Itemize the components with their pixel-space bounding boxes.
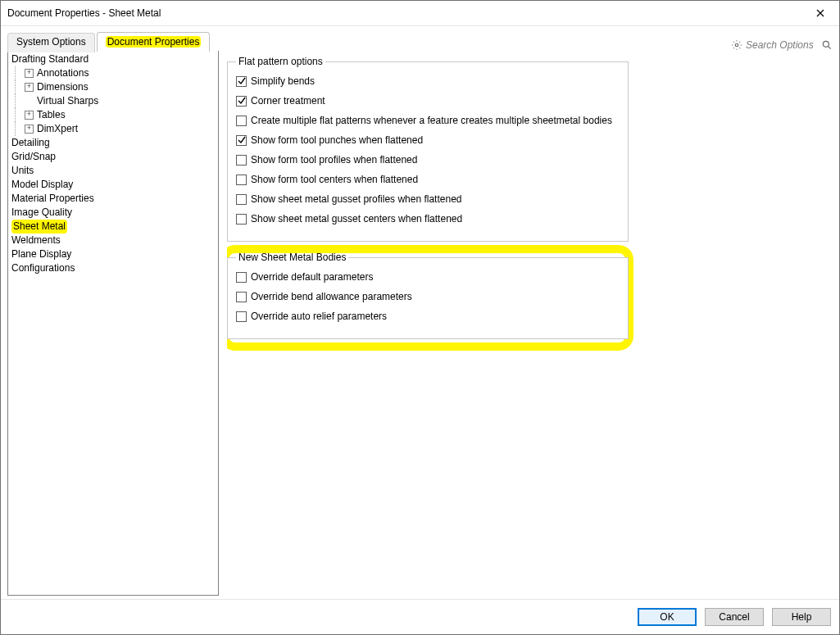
option-label: Show form tool punches when flattened — [251, 134, 423, 146]
option-show-gusset-profiles[interactable]: Show sheet metal gusset profiles when fl… — [236, 193, 620, 205]
checkbox[interactable] — [236, 175, 247, 185]
checkbox[interactable] — [236, 194, 247, 205]
option-label: Simplify bends — [251, 75, 315, 87]
tree-model-display[interactable]: Model Display — [10, 178, 216, 192]
expand-icon[interactable]: + — [25, 111, 34, 120]
option-label: Show form tool profiles when flattened — [251, 154, 417, 166]
nav-tree[interactable]: Drafting Standard +Annotations +Dimensio… — [7, 51, 219, 596]
option-label: Show form tool centers when flattened — [251, 174, 418, 185]
option-show-gusset-centers[interactable]: Show sheet metal gusset centers when fla… — [236, 213, 620, 225]
option-label: Override bend allowance parameters — [251, 291, 412, 302]
tabs: System Options Document Properties — [7, 32, 211, 52]
checkbox[interactable] — [236, 292, 247, 302]
search-icon — [821, 39, 833, 51]
content-area: Drafting Standard +Annotations +Dimensio… — [1, 51, 839, 599]
dialog-footer: OK Cancel Help — [1, 599, 839, 634]
tree-detailing[interactable]: Detailing — [10, 136, 216, 150]
tree-configurations[interactable]: Configurations — [10, 261, 216, 275]
tab-label: Document Properties — [106, 36, 202, 48]
checkbox[interactable] — [236, 311, 247, 322]
option-override-bend[interactable]: Override bend allowance parameters — [236, 291, 620, 302]
dialog-window: Document Properties - Sheet Metal System… — [0, 0, 840, 635]
group-legend: New Sheet Metal Bodies — [236, 252, 348, 263]
close-button[interactable] — [801, 1, 839, 25]
option-show-punches[interactable]: Show form tool punches when flattened — [236, 134, 620, 146]
option-label: Create multiple flat patterns whenever a… — [251, 115, 612, 126]
close-icon — [816, 9, 824, 17]
help-button[interactable]: Help — [772, 608, 831, 626]
gear-icon — [731, 39, 742, 51]
tree-sheet-metal[interactable]: Sheet Metal — [10, 220, 216, 234]
cancel-button[interactable]: Cancel — [705, 608, 764, 626]
option-label: Override default parameters — [251, 271, 373, 283]
option-label: Override auto relief parameters — [251, 311, 387, 322]
tree-drafting-standard[interactable]: Drafting Standard — [10, 52, 216, 66]
tree-dimensions[interactable]: +Dimensions — [10, 80, 216, 94]
option-label: Corner treatment — [251, 95, 325, 107]
svg-point-1 — [823, 41, 829, 47]
checkbox[interactable] — [236, 135, 247, 146]
tree-units[interactable]: Units — [10, 164, 216, 178]
tab-label: System Options — [16, 36, 86, 48]
highlight-new-bodies: New Sheet Metal Bodies Override default … — [227, 252, 627, 339]
window-title: Document Properties - Sheet Metal — [7, 7, 161, 19]
tree-plane-display[interactable]: Plane Display — [10, 247, 216, 261]
option-override-default[interactable]: Override default parameters — [236, 271, 620, 283]
tab-document-properties[interactable]: Document Properties — [97, 32, 211, 52]
tree-virtual-sharps[interactable]: Virtual Sharps — [10, 94, 216, 108]
tab-system-options[interactable]: System Options — [7, 33, 95, 52]
option-label: Show sheet metal gusset profiles when fl… — [251, 193, 461, 205]
group-legend: Flat pattern options — [236, 56, 325, 67]
tree-annotations[interactable]: +Annotations — [10, 66, 216, 80]
expand-icon[interactable]: + — [25, 83, 34, 92]
tree-grid-snap[interactable]: Grid/Snap — [10, 150, 216, 164]
tree-tables[interactable]: +Tables — [10, 108, 216, 122]
option-create-multiple[interactable]: Create multiple flat patterns whenever a… — [236, 115, 620, 126]
option-show-profiles[interactable]: Show form tool profiles when flattened — [236, 154, 620, 166]
window-buttons — [801, 1, 839, 25]
checkbox[interactable] — [236, 155, 247, 166]
tree-image-quality[interactable]: Image Quality — [10, 206, 216, 220]
checkbox[interactable] — [236, 76, 247, 87]
group-new-sheet-metal-bodies: New Sheet Metal Bodies Override default … — [227, 252, 629, 339]
option-simplify-bends[interactable]: Simplify bends — [236, 75, 620, 87]
checkbox[interactable] — [236, 116, 247, 126]
settings-panel: Flat pattern options Simplify bends Corn… — [227, 51, 833, 596]
option-show-centers[interactable]: Show form tool centers when flattened — [236, 174, 620, 185]
checkbox[interactable] — [236, 96, 247, 107]
toolbar-row: System Options Document Properties Searc… — [1, 26, 839, 51]
svg-point-0 — [735, 43, 738, 47]
expand-icon[interactable]: + — [25, 69, 34, 78]
checkbox[interactable] — [236, 272, 247, 283]
checkbox[interactable] — [236, 214, 247, 225]
search-options[interactable]: Search Options — [731, 39, 833, 51]
search-placeholder: Search Options — [746, 39, 818, 51]
group-flat-pattern: Flat pattern options Simplify bends Corn… — [227, 56, 629, 242]
option-override-relief[interactable]: Override auto relief parameters — [236, 311, 620, 322]
expand-icon[interactable]: + — [25, 125, 34, 134]
ok-button[interactable]: OK — [638, 608, 697, 626]
option-label: Show sheet metal gusset centers when fla… — [251, 213, 462, 225]
tree-weldments[interactable]: Weldments — [10, 234, 216, 247]
tree-material-properties[interactable]: Material Properties — [10, 192, 216, 206]
titlebar: Document Properties - Sheet Metal — [1, 1, 839, 26]
tree-dimxpert[interactable]: +DimXpert — [10, 122, 216, 136]
option-corner-treatment[interactable]: Corner treatment — [236, 95, 620, 107]
